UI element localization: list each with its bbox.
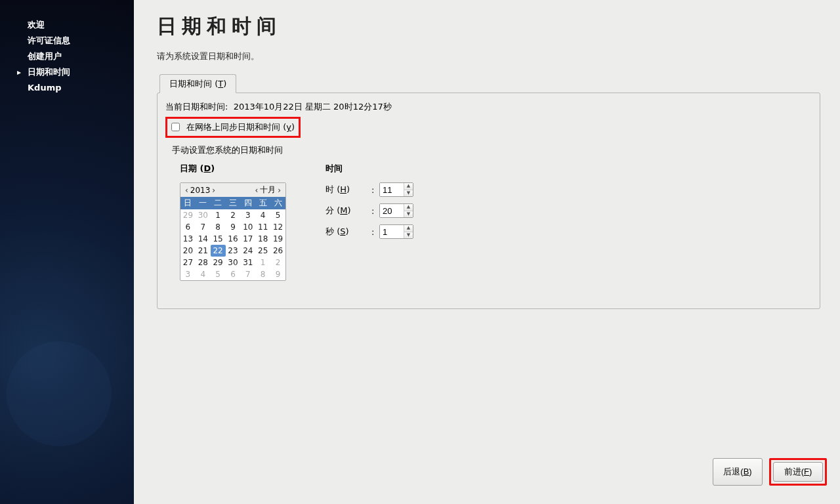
tab-panel: 当前日期和时间: 2013年10月22日 星期二 20时12分17秒 在网络上同…	[157, 93, 820, 309]
forward-button[interactable]: 前进(F)	[773, 462, 823, 482]
calendar-day: 9	[270, 268, 285, 280]
hour-down-button[interactable]: ▼	[404, 190, 413, 197]
calendar-day: 8	[255, 268, 270, 280]
minute-down-button[interactable]: ▼	[404, 211, 413, 218]
calendar-day[interactable]: 23	[226, 245, 241, 257]
calendar-day[interactable]: 16	[226, 233, 241, 245]
page-title: 日期和时间	[157, 13, 820, 40]
minute-up-button[interactable]: ▲	[404, 204, 413, 211]
calendar-day: 4	[196, 268, 211, 280]
year-prev-button[interactable]: ‹	[183, 186, 190, 195]
tab-datetime[interactable]: 日期和时间 (T)	[159, 74, 236, 93]
time-column-label: 时间	[326, 163, 419, 175]
calendar-day: 7	[240, 268, 255, 280]
calendar-day[interactable]: 26	[270, 245, 285, 257]
calendar-day[interactable]: 9	[226, 221, 241, 233]
sidebar-item-0[interactable]: 欢迎	[0, 17, 134, 33]
second-label: 秒 (S)	[326, 226, 371, 238]
calendar-day: 29	[180, 209, 196, 221]
main-content: 日期和时间 请为系统设置日期和时间。 日期和时间 (T) 当前日期和时间: 20…	[134, 0, 840, 504]
sidebar-item-2[interactable]: 创建用户	[0, 49, 134, 64]
minute-spinner[interactable]: ▲▼	[379, 203, 413, 218]
footer-buttons: 后退(B) 前进(F)	[713, 458, 827, 486]
ntp-sync-checkbox[interactable]	[171, 123, 180, 131]
sidebar-item-4[interactable]: Kdump	[0, 80, 134, 96]
calendar-day[interactable]: 5	[270, 209, 285, 221]
hour-input[interactable]	[380, 183, 404, 196]
calendar-day: 1	[255, 257, 270, 268]
calendar-day[interactable]: 3	[240, 209, 255, 221]
hour-spinner[interactable]: ▲▼	[379, 182, 413, 197]
calendar-day[interactable]: 8	[211, 221, 226, 233]
calendar-day: 6	[226, 268, 241, 280]
calendar-day[interactable]: 13	[180, 233, 196, 245]
minute-label: 分 (M)	[326, 205, 371, 217]
calendar-day[interactable]: 25	[255, 245, 270, 257]
calendar-day[interactable]: 2	[226, 209, 241, 221]
calendar-day: 2	[270, 257, 285, 268]
calendar-day[interactable]: 4	[255, 209, 270, 221]
calendar-day[interactable]: 17	[240, 233, 255, 245]
calendar-day: 5	[211, 268, 226, 280]
time-column: 时间 时 (H) : ▲▼ 分 (M) : ▲▼	[326, 163, 419, 281]
calendar-grid: 日一二三四五六 29301234567891011121314151617181…	[180, 197, 285, 280]
second-spinner[interactable]: ▲▼	[379, 224, 413, 239]
manual-hint: 手动设置您系统的日期和时间	[172, 144, 812, 156]
sidebar-item-3[interactable]: 日期和时间	[0, 64, 134, 80]
calendar-day[interactable]: 15	[211, 233, 226, 245]
calendar: ‹ 2013 › ‹ 十月 › 日一二三四五六 2930123456789101…	[180, 182, 286, 281]
calendar-day[interactable]: 24	[240, 245, 255, 257]
page-subtitle: 请为系统设置日期和时间。	[157, 51, 820, 62]
hour-up-button[interactable]: ▲	[404, 183, 413, 190]
ntp-sync-checkbox-label[interactable]: 在网络上同步日期和时间 (y)	[171, 122, 295, 132]
calendar-day[interactable]: 11	[255, 221, 270, 233]
calendar-day[interactable]: 22	[211, 245, 226, 257]
year-next-button[interactable]: ›	[210, 186, 217, 195]
calendar-day[interactable]: 12	[270, 221, 285, 233]
calendar-day[interactable]: 29	[211, 257, 226, 268]
calendar-day[interactable]: 28	[196, 257, 211, 268]
calendar-day[interactable]: 30	[226, 257, 241, 268]
calendar-month[interactable]: 十月	[260, 184, 276, 196]
second-up-button[interactable]: ▲	[404, 225, 413, 232]
month-next-button[interactable]: ›	[276, 186, 283, 195]
calendar-day[interactable]: 6	[180, 221, 196, 233]
calendar-day[interactable]: 1	[211, 209, 226, 221]
calendar-day: 3	[180, 268, 196, 280]
minute-input[interactable]	[380, 204, 404, 217]
date-column-label: 日期 (D)	[180, 163, 286, 175]
date-column: 日期 (D) ‹ 2013 › ‹ 十月 › 日一二	[180, 163, 286, 281]
back-button[interactable]: 后退(B)	[713, 458, 763, 486]
calendar-day[interactable]: 19	[270, 233, 285, 245]
sidebar-item-1[interactable]: 许可证信息	[0, 33, 134, 49]
sidebar: 欢迎许可证信息创建用户日期和时间Kdump	[0, 0, 134, 504]
calendar-day[interactable]: 7	[196, 221, 211, 233]
calendar-day: 30	[196, 209, 211, 221]
calendar-day[interactable]: 18	[255, 233, 270, 245]
hour-label: 时 (H)	[326, 184, 371, 196]
calendar-day[interactable]: 14	[196, 233, 211, 245]
month-prev-button[interactable]: ‹	[253, 186, 260, 195]
calendar-year[interactable]: 2013	[190, 186, 211, 195]
second-input[interactable]	[380, 225, 404, 238]
calendar-day[interactable]: 27	[180, 257, 196, 268]
ntp-sync-row: 在网络上同步日期和时间 (y)	[165, 117, 301, 138]
calendar-day[interactable]: 31	[240, 257, 255, 268]
current-datetime: 当前日期和时间: 2013年10月22日 星期二 20时12分17秒	[165, 101, 812, 113]
second-down-button[interactable]: ▼	[404, 232, 413, 239]
calendar-day[interactable]: 21	[196, 245, 211, 257]
calendar-day[interactable]: 10	[240, 221, 255, 233]
calendar-day[interactable]: 20	[180, 245, 196, 257]
